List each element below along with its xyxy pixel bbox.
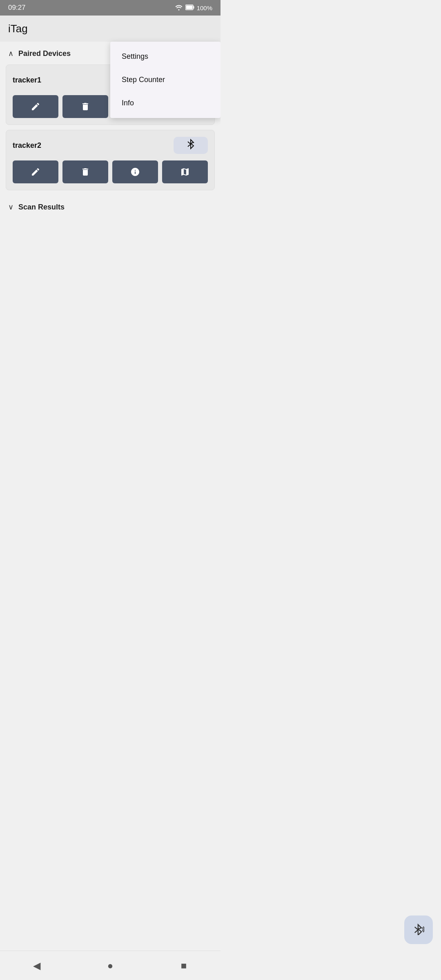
tracker2-delete-btn[interactable]: [62, 160, 108, 183]
tracker2-edit-btn[interactable]: [13, 160, 58, 183]
tracker1-name: tracker1: [13, 76, 41, 85]
scan-results-header[interactable]: ∨ Scan Results: [0, 195, 220, 216]
tracker1-edit-btn[interactable]: [13, 95, 58, 118]
wifi-icon: [175, 4, 183, 12]
status-icons: 100%: [175, 4, 212, 12]
menu-item-settings[interactable]: Settings: [110, 45, 220, 68]
tracker1-delete-btn[interactable]: [62, 95, 108, 118]
dropdown-menu: Settings Step Counter Info: [110, 42, 220, 118]
edit-icon: [31, 102, 40, 111]
svg-rect-1: [186, 5, 192, 9]
paired-devices-chevron: ∧: [8, 49, 13, 58]
tracker2-map-btn[interactable]: [162, 160, 208, 183]
app-title: iTag: [8, 22, 28, 35]
scan-results-chevron: ∨: [8, 203, 13, 212]
tracker2-actions: [13, 160, 208, 183]
tracker2-bluetooth-btn[interactable]: [174, 137, 208, 154]
map-icon-2: [180, 167, 190, 177]
delete-icon-2: [80, 167, 90, 177]
battery-icon: [185, 4, 194, 11]
tracker2-name: tracker2: [13, 141, 41, 150]
scan-results-title: Scan Results: [18, 203, 65, 212]
app-bar: iTag: [0, 16, 220, 42]
device-card-tracker2: tracker2: [6, 130, 215, 190]
delete-icon: [80, 102, 90, 111]
tracker2-top: tracker2: [13, 137, 208, 154]
info-icon-2: [130, 167, 140, 177]
edit-icon-2: [31, 167, 40, 177]
menu-item-step-counter[interactable]: Step Counter: [110, 68, 220, 91]
status-time: 09:27: [8, 4, 26, 12]
menu-item-info[interactable]: Info: [110, 91, 220, 115]
tracker2-info-btn[interactable]: [112, 160, 158, 183]
status-bar: 09:27 100%: [0, 0, 220, 16]
bluetooth-icon-tracker2: [186, 139, 195, 152]
svg-rect-2: [193, 6, 194, 9]
battery-percentage: 100%: [197, 4, 212, 11]
paired-devices-title: Paired Devices: [18, 49, 71, 58]
